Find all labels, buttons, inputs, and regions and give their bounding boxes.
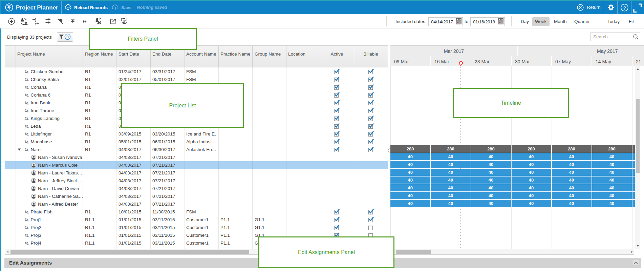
svg-text:?: ? bbox=[623, 5, 626, 11]
svg-text:?: ? bbox=[99, 17, 101, 21]
svg-text:0: 0 bbox=[66, 35, 68, 39]
